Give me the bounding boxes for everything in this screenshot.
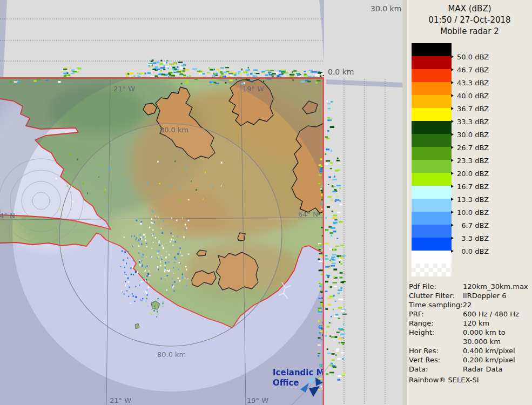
scale-swatch-26.7 bbox=[412, 134, 452, 147]
height-gridlines bbox=[0, 19, 323, 61]
color-scale bbox=[412, 43, 452, 276]
scale-label-0.0: 0.0 dBZ bbox=[451, 247, 489, 255]
meta-value: 0.400 km/pixel bbox=[463, 347, 515, 355]
meta-row: Height:0.000 km to bbox=[409, 328, 531, 337]
top-height-profile-panel[interactable] bbox=[0, 0, 324, 77]
meta-row: Clutter Filter:IIRDoppler 6 bbox=[409, 291, 531, 300]
scale-tick-arrow-icon bbox=[451, 198, 454, 201]
scale-tick-arrow-icon bbox=[451, 68, 454, 71]
coverage-wedge-left bbox=[0, 0, 7, 77]
scale-tick-arrow-icon bbox=[451, 249, 454, 253]
scale-swatch-30.0 bbox=[412, 121, 452, 134]
meta-value: 120 km bbox=[463, 319, 489, 327]
right-profile-echoes bbox=[325, 100, 347, 381]
meta-label: Range: bbox=[409, 319, 463, 328]
scale-label-6.7: 6.7 dBZ bbox=[451, 221, 489, 230]
meta-row: Time sampling:22 bbox=[409, 300, 531, 309]
product-title: MAX (dBZ) bbox=[407, 3, 532, 15]
scale-label-23.3: 23.3 dBZ bbox=[451, 156, 489, 165]
label-19w-top: 19° W bbox=[243, 85, 264, 93]
meta-value: 600 Hz / 480 Hz bbox=[463, 310, 519, 318]
top-profile-echoes bbox=[63, 59, 324, 77]
meta-row: Vert Res:0.200 km/pixel bbox=[409, 355, 531, 364]
radar-application-window: 30.0 km 0.0 km bbox=[0, 0, 532, 405]
scale-label-3.3: 3.3 dBZ bbox=[451, 234, 489, 242]
scale-swatch-6.7 bbox=[412, 212, 452, 225]
scale-label-26.7: 26.7 dBZ bbox=[451, 143, 489, 152]
scale-label-46.7: 46.7 dBZ bbox=[451, 65, 489, 74]
scale-swatch-20.0 bbox=[412, 160, 452, 173]
scale-tick-arrow-icon bbox=[451, 172, 454, 175]
scale-swatch-3.3 bbox=[412, 225, 452, 238]
scale-label-40.0: 40.0 dBZ bbox=[451, 91, 489, 100]
legend-header: MAX (dBZ) 01:50 / 27-Oct-2018 Mobile rad… bbox=[407, 3, 532, 37]
meta-value: 120km_30km.max bbox=[463, 282, 528, 291]
scan-metadata: Pdf File:120km_30km.maxClutter Filter:II… bbox=[409, 282, 531, 384]
met-office-logo-line2: Office bbox=[273, 378, 299, 388]
scale-swatch-43.3 bbox=[412, 69, 452, 82]
scale-tick-arrow-icon bbox=[451, 55, 454, 58]
meta-label: Data: bbox=[409, 364, 463, 374]
meta-value: IIRDoppler 6 bbox=[463, 292, 507, 300]
range-gridlines bbox=[344, 79, 385, 405]
scale-tick-arrow-icon bbox=[451, 185, 454, 188]
meta-label: Hor Res: bbox=[409, 346, 463, 355]
scale-tick-arrow-icon bbox=[451, 211, 454, 214]
scale-tick-arrow-icon bbox=[451, 94, 454, 97]
scale-swatch-10.0 bbox=[412, 199, 452, 212]
scale-tick-arrow-icon bbox=[451, 146, 454, 149]
meta-row: PRF:600 Hz / 480 Hz bbox=[409, 309, 531, 319]
label-80km-top: 80.0 km bbox=[160, 126, 188, 134]
right-height-profile-panel[interactable]: 30.0 km 0.0 km bbox=[324, 0, 402, 405]
sidebar-divider-strip bbox=[402, 0, 407, 405]
radar-map-view[interactable]: 21° W 19° W 80.0 km 64° N 64° N 80.0 km … bbox=[0, 77, 324, 405]
scale-swatch-33.3 bbox=[412, 108, 452, 121]
meta-row: Pdf File:120km_30km.max bbox=[409, 282, 531, 291]
meta-value: 30.000 km bbox=[463, 338, 501, 346]
scale-swatch-0.0 bbox=[412, 238, 452, 251]
meta-value: 22 bbox=[463, 301, 472, 309]
scale-tick-arrow-icon bbox=[451, 224, 454, 227]
scale-tick-arrow-icon bbox=[451, 120, 454, 123]
scale-label-50.0: 50.0 dBZ bbox=[451, 52, 489, 61]
scale-swatch-13.3 bbox=[412, 186, 452, 199]
label-19w-bottom: 19° W bbox=[247, 396, 268, 404]
meta-value: Radar Data bbox=[463, 365, 502, 373]
meta-row: Data:Radar Data bbox=[409, 364, 531, 374]
scale-tick-arrow-icon bbox=[451, 133, 454, 136]
scale-label-33.3: 33.3 dBZ bbox=[451, 117, 489, 126]
scale-label-16.7: 16.7 dBZ bbox=[451, 182, 489, 191]
scale-swatch-40.0 bbox=[412, 82, 452, 95]
coverage-wedge-right bbox=[319, 0, 324, 64]
scale-tick-arrow-icon bbox=[451, 107, 454, 110]
scale-swatch-46.7 bbox=[412, 56, 452, 69]
meta-value: 0.200 km/pixel bbox=[463, 356, 515, 364]
meta-row: Range:120 km bbox=[409, 319, 531, 328]
scale-swatch-below-zero bbox=[412, 251, 452, 264]
scale-tick-arrow-icon bbox=[451, 81, 454, 84]
meta-label: Height: bbox=[409, 328, 463, 337]
scale-label-30.0: 30.0 dBZ bbox=[451, 130, 489, 139]
meta-label: PRF: bbox=[409, 309, 463, 319]
map-canvas: 21° W 19° W 80.0 km 64° N 64° N 80.0 km … bbox=[0, 77, 324, 405]
meta-row: Hor Res:0.400 km/pixel bbox=[409, 346, 531, 355]
right-profile-canvas bbox=[324, 0, 402, 405]
met-office-logo-line1: Icelandic Met bbox=[273, 368, 324, 377]
scan-datetime: 01:50 / 27-Oct-2018 bbox=[407, 15, 532, 26]
scale-label-13.3: 13.3 dBZ bbox=[451, 195, 489, 204]
scale-label-20.0: 20.0 dBZ bbox=[451, 169, 489, 178]
scale-tick-arrow-icon bbox=[451, 159, 454, 162]
inner-range-brightening bbox=[59, 124, 282, 346]
scale-label-43.3: 43.3 dBZ bbox=[451, 78, 489, 87]
scale-label-10.0: 10.0 dBZ bbox=[451, 208, 489, 217]
label-21w-bottom: 21° W bbox=[110, 396, 131, 404]
meta-value: 0.000 km to bbox=[463, 328, 506, 336]
meta-label: Clutter Filter: bbox=[409, 291, 463, 300]
scale-swatch-50.0 bbox=[412, 43, 452, 56]
top-profile-canvas bbox=[0, 0, 324, 77]
scale-tick-arrow-icon bbox=[451, 237, 454, 240]
scale-swatch-16.7 bbox=[412, 173, 452, 186]
software-brand: Rainbow® SELEX-SI bbox=[409, 375, 531, 384]
label-64n-right: 64° N bbox=[298, 210, 318, 218]
label-80km-bottom: 80.0 km bbox=[157, 350, 186, 359]
